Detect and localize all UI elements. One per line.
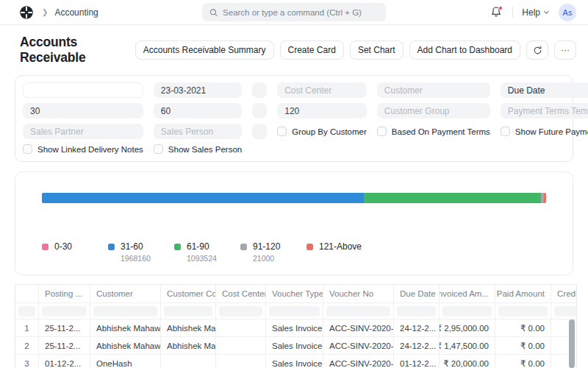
search-input[interactable] — [223, 8, 379, 17]
table-cell[interactable]: ₹ 1,47,500.00 — [440, 337, 495, 354]
bar-segment-121-Above[interactable] — [544, 193, 546, 203]
range4-input[interactable] — [277, 103, 367, 118]
show-sales-person-checkbox[interactable]: Show Sales Person — [154, 144, 242, 154]
range2-input[interactable] — [154, 103, 242, 118]
column-header[interactable]: Paid Amount — [495, 285, 551, 302]
show-linked-delivery-notes-checkbox[interactable]: Show Linked Delivery Notes — [23, 144, 143, 154]
table-cell[interactable]: ₹ 0.00 — [495, 355, 551, 368]
column-filter-input[interactable] — [554, 306, 577, 316]
column-header[interactable]: Posting ... — [39, 285, 90, 302]
checkbox-icon[interactable] — [277, 127, 287, 136]
sales-person-input[interactable] — [154, 124, 242, 139]
column-header[interactable] — [15, 285, 39, 302]
table-cell[interactable] — [216, 355, 266, 368]
table-cell[interactable]: 2 — [15, 337, 39, 354]
table-row[interactable]: 225-11-2...Abhishek MahawadiAbhishek Mah… — [15, 337, 576, 355]
column-header[interactable]: Credit — [551, 285, 577, 302]
checkbox-icon[interactable] — [154, 144, 163, 154]
table-cell[interactable]: 25-11-2... — [39, 337, 90, 354]
table-cell[interactable]: Abhishek Mah... — [161, 337, 216, 354]
range3-input[interactable] — [252, 103, 267, 118]
finance-book-input[interactable] — [252, 82, 267, 98]
table-cell[interactable]: 24-12-2... — [394, 337, 440, 354]
column-filter-input[interactable] — [164, 306, 212, 316]
help-menu[interactable]: Help — [522, 7, 550, 18]
table-cell[interactable] — [216, 337, 266, 354]
column-filter-cell[interactable] — [39, 303, 90, 319]
table-row[interactable]: 125-11-2...Abhishek MahawadiAbhishek Mah… — [15, 319, 576, 337]
table-cell[interactable]: Sales Invoice — [266, 319, 323, 336]
table-cell[interactable]: ₹ 20,000.00 — [440, 355, 495, 368]
table-cell[interactable] — [216, 319, 266, 336]
table-cell[interactable]: ACC-SINV-2020-00002 — [323, 355, 394, 368]
table-cell[interactable]: 24-12-2... — [394, 319, 440, 336]
range1-input[interactable] — [23, 103, 143, 118]
table-cell[interactable]: ₹ 0.00 — [495, 337, 551, 354]
column-filter-cell[interactable] — [323, 303, 394, 319]
table-cell[interactable]: 01-12-2... — [39, 355, 90, 368]
table-cell[interactable]: 25-11-2... — [39, 319, 90, 336]
show-future-payments-checkbox[interactable]: Show Future Payments — [501, 127, 588, 136]
column-header[interactable]: Voucher Type — [266, 285, 323, 302]
column-filter-input[interactable] — [42, 306, 87, 316]
column-header[interactable]: Customer — [90, 285, 161, 302]
column-filter-input[interactable] — [397, 306, 436, 316]
app-logo-icon[interactable] — [20, 6, 33, 19]
breadcrumb[interactable]: Accounting — [54, 7, 98, 18]
table-cell[interactable]: Sales Invoice — [266, 337, 323, 354]
column-filter-input[interactable] — [498, 306, 548, 316]
bar-segment-61-90[interactable] — [364, 193, 541, 203]
table-cell[interactable]: Abhishek Mahawadi — [90, 337, 161, 354]
column-filter-cell[interactable] — [266, 303, 323, 319]
table-cell[interactable]: ₹ 0.00 — [495, 319, 551, 336]
column-filter-input[interactable] — [269, 306, 320, 316]
territory-input[interactable] — [252, 124, 267, 139]
more-menu-button[interactable]: ··· — [554, 40, 576, 60]
ageing-based-on-select[interactable]: Due Date — [501, 82, 588, 98]
column-filter-cell[interactable] — [394, 303, 440, 319]
column-filter-cell[interactable] — [216, 303, 266, 319]
add-chart-to-dashboard-button[interactable]: Add Chart to Dashboard — [409, 40, 520, 60]
payment-terms-template-input[interactable] — [501, 103, 588, 118]
column-filter-input[interactable] — [18, 306, 35, 316]
column-header[interactable]: Voucher No — [323, 285, 394, 302]
refresh-button[interactable] — [526, 40, 548, 60]
table-cell[interactable]: OneHash — [90, 355, 161, 368]
table-cell[interactable]: Sales Invoice — [266, 355, 323, 368]
column-filter-input[interactable] — [219, 306, 262, 316]
table-scrollbar-thumb[interactable] — [569, 319, 575, 368]
column-filter-cell[interactable] — [495, 303, 551, 319]
checkbox-icon[interactable] — [23, 144, 32, 154]
table-row[interactable]: 301-12-2...OneHashSales InvoiceACC-SINV-… — [15, 355, 576, 368]
group-by-customer-checkbox[interactable]: Group By Customer — [277, 127, 367, 136]
checkbox-icon[interactable] — [501, 127, 510, 136]
table-cell[interactable]: 01-12-2... — [394, 355, 440, 368]
column-filter-cell[interactable] — [15, 303, 39, 319]
column-filter-input[interactable] — [442, 306, 492, 316]
column-header[interactable]: Customer Co... — [161, 285, 216, 302]
table-cell[interactable]: ₹ 2,95,000.00 — [440, 319, 495, 336]
company-filter-input[interactable] — [23, 82, 143, 98]
column-filter-input[interactable] — [93, 306, 157, 316]
table-cell[interactable]: ACC-SINV-2020-00007 — [323, 319, 394, 336]
avatar[interactable]: As — [559, 4, 576, 21]
customer-input[interactable] — [377, 82, 490, 98]
set-chart-button[interactable]: Set Chart — [350, 40, 404, 60]
table-cell[interactable]: ACC-SINV-2020-00008 — [323, 337, 394, 354]
global-search[interactable] — [202, 3, 386, 21]
sales-partner-input[interactable] — [23, 124, 143, 139]
checkbox-icon[interactable] — [377, 127, 387, 136]
column-filter-cell[interactable] — [161, 303, 216, 319]
notifications-button[interactable] — [490, 6, 503, 19]
table-cell[interactable]: Abhishek Mahawadi — [90, 319, 161, 336]
table-cell[interactable]: 3 — [15, 355, 39, 368]
column-filter-input[interactable] — [326, 306, 390, 316]
column-filter-cell[interactable] — [90, 303, 161, 319]
based-on-payment-terms-checkbox[interactable]: Based On Payment Terms — [377, 127, 490, 136]
table-cell[interactable] — [161, 355, 216, 368]
column-filter-cell[interactable] — [440, 303, 495, 319]
table-cell[interactable]: Abhishek Mah... — [161, 319, 216, 336]
column-header[interactable]: Invoiced Am... — [440, 285, 495, 302]
column-header[interactable]: Cost Center — [216, 285, 266, 302]
accounts-receivable-summary-button[interactable]: Accounts Receivable Summary — [135, 40, 274, 60]
